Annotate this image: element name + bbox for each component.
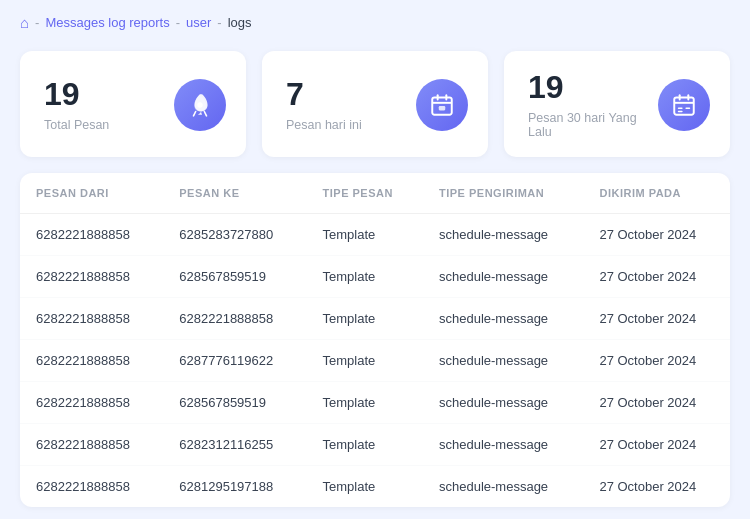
cell-tipe-pesan: Template — [307, 466, 423, 508]
cell-pesan-dari: 6282221888858 — [20, 382, 163, 424]
cell-tipe-pesan: Template — [307, 340, 423, 382]
table-row: 6282221888858628567859519Templateschedul… — [20, 256, 730, 298]
table-row: 62822218888586281295197188Templateschedu… — [20, 466, 730, 508]
breadcrumb-sep-3: - — [217, 15, 221, 30]
cell-dikirim-pada: 27 October 2024 — [583, 382, 730, 424]
stat-info-30days: 19 Pesan 30 hari Yang Lalu — [528, 71, 658, 139]
cell-dikirim-pada: 27 October 2024 — [583, 256, 730, 298]
cell-pesan-dari: 6282221888858 — [20, 424, 163, 466]
stats-section: 19 Total Pesan 7 Pesan hari ini — [0, 41, 750, 173]
cell-pesan-ke: 6285283727880 — [163, 214, 306, 256]
stat-label-today: Pesan hari ini — [286, 118, 362, 132]
cell-pesan-dari: 6282221888858 — [20, 214, 163, 256]
cell-dikirim-pada: 27 October 2024 — [583, 298, 730, 340]
table-header-row: PESAN DARI PESAN KE TIPE PESAN TIPE PENG… — [20, 173, 730, 214]
col-header-tipe-pesan: TIPE PESAN — [307, 173, 423, 214]
breadcrumb-sep-1: - — [35, 15, 39, 30]
cell-pesan-ke: 628567859519 — [163, 256, 306, 298]
stat-icon-calendar-30 — [658, 79, 710, 131]
table-row: 6282221888858628567859519Templateschedul… — [20, 382, 730, 424]
cell-pesan-dari: 6282221888858 — [20, 340, 163, 382]
col-header-dikirim-pada: DIKIRIM PADA — [583, 173, 730, 214]
cell-tipe-pesan: Template — [307, 214, 423, 256]
cell-pesan-dari: 6282221888858 — [20, 256, 163, 298]
cell-pesan-dari: 6282221888858 — [20, 466, 163, 508]
cell-tipe-pengiriman: schedule-message — [423, 340, 583, 382]
svg-rect-2 — [439, 106, 446, 110]
home-icon[interactable]: ⌂ — [20, 14, 29, 31]
cell-tipe-pengiriman: schedule-message — [423, 214, 583, 256]
breadcrumb-sep-2: - — [176, 15, 180, 30]
table-row: 62822218888586282221888858Templateschedu… — [20, 298, 730, 340]
cell-tipe-pengiriman: schedule-message — [423, 466, 583, 508]
cell-dikirim-pada: 27 October 2024 — [583, 466, 730, 508]
cell-tipe-pengiriman: schedule-message — [423, 424, 583, 466]
stat-card-total: 19 Total Pesan — [20, 51, 246, 157]
cell-pesan-ke: 628567859519 — [163, 382, 306, 424]
breadcrumb: ⌂ - Messages log reports - user - logs — [0, 0, 750, 41]
stat-number-today: 7 — [286, 78, 362, 110]
stat-icon-calendar-today — [416, 79, 468, 131]
cell-tipe-pesan: Template — [307, 256, 423, 298]
cell-pesan-dari: 6282221888858 — [20, 298, 163, 340]
svg-point-0 — [197, 102, 202, 107]
svg-rect-3 — [674, 97, 694, 114]
breadcrumb-link-messages[interactable]: Messages log reports — [45, 15, 169, 30]
col-header-tipe-pengiriman: TIPE PENGIRIMAN — [423, 173, 583, 214]
cell-pesan-ke: 6282221888858 — [163, 298, 306, 340]
stat-info-today: 7 Pesan hari ini — [286, 78, 362, 132]
col-header-pesan-ke: PESAN KE — [163, 173, 306, 214]
cell-dikirim-pada: 27 October 2024 — [583, 424, 730, 466]
cell-pesan-ke: 6282312116255 — [163, 424, 306, 466]
breadcrumb-current: logs — [228, 15, 252, 30]
stat-card-30days: 19 Pesan 30 hari Yang Lalu — [504, 51, 730, 157]
stat-label-total: Total Pesan — [44, 118, 109, 132]
cell-dikirim-pada: 27 October 2024 — [583, 340, 730, 382]
col-header-pesan-dari: PESAN DARI — [20, 173, 163, 214]
cell-pesan-ke: 6287776119622 — [163, 340, 306, 382]
table-row: 62822218888586285283727880Templateschedu… — [20, 214, 730, 256]
stat-number-total: 19 — [44, 78, 109, 110]
cell-tipe-pengiriman: schedule-message — [423, 298, 583, 340]
messages-table: PESAN DARI PESAN KE TIPE PESAN TIPE PENG… — [20, 173, 730, 507]
cell-tipe-pesan: Template — [307, 424, 423, 466]
cell-dikirim-pada: 27 October 2024 — [583, 214, 730, 256]
cell-tipe-pengiriman: schedule-message — [423, 382, 583, 424]
stat-label-30days: Pesan 30 hari Yang Lalu — [528, 111, 658, 139]
cell-tipe-pesan: Template — [307, 382, 423, 424]
stat-icon-rocket — [174, 79, 226, 131]
stat-info-total: 19 Total Pesan — [44, 78, 109, 132]
stat-card-today: 7 Pesan hari ini — [262, 51, 488, 157]
breadcrumb-link-user[interactable]: user — [186, 15, 211, 30]
table-row: 62822218888586282312116255Templateschedu… — [20, 424, 730, 466]
table-section: PESAN DARI PESAN KE TIPE PESAN TIPE PENG… — [20, 173, 730, 507]
cell-pesan-ke: 6281295197188 — [163, 466, 306, 508]
cell-tipe-pesan: Template — [307, 298, 423, 340]
svg-rect-1 — [432, 97, 452, 114]
stat-number-30days: 19 — [528, 71, 658, 103]
table-row: 62822218888586287776119622Templateschedu… — [20, 340, 730, 382]
cell-tipe-pengiriman: schedule-message — [423, 256, 583, 298]
